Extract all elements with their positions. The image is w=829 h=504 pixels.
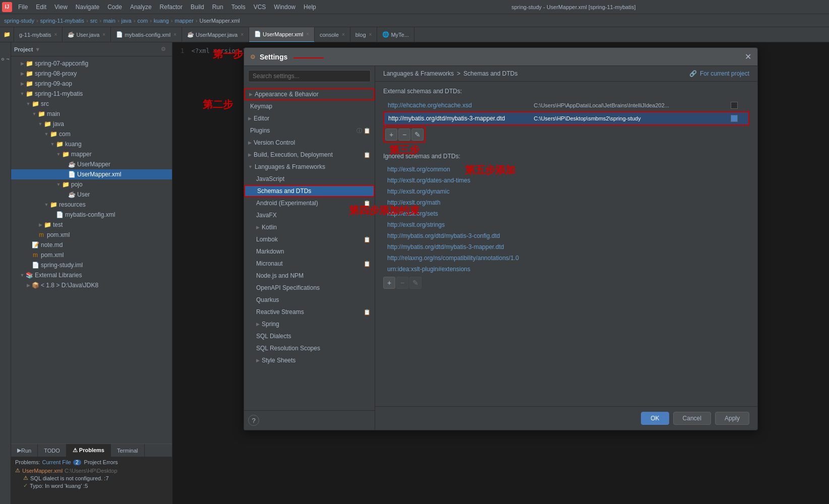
tab-todo[interactable]: TODO [38,444,67,457]
nav-spring[interactable]: ▶ Spring [244,318,375,330]
for-current-project-link[interactable]: 🔗 For current project [689,70,749,77]
menu-navigate[interactable]: Navigate [72,3,103,12]
ignored-item-7[interactable]: http://mybatis.org/dtd/mybatis-3-mapper.… [383,241,749,253]
tree-ext-libs[interactable]: ▼ 📚 External Libraries [11,270,172,280]
tree-notemd[interactable]: 📝 note.md [11,240,172,250]
nav-vcs[interactable]: ▶ Version Control [244,137,375,149]
settings-search-input[interactable] [248,70,371,82]
project-toggle[interactable]: 📁 [0,27,14,42]
tree-mapper[interactable]: ▼ 📁 mapper [11,149,172,159]
tab-problems[interactable]: ⚠ Problems [67,444,111,457]
tab-blog[interactable]: blog× [350,27,378,42]
nav-quarkus[interactable]: Quarkus [244,294,375,306]
tree-usermapper-java[interactable]: ☕ UserMapper [11,159,172,169]
nav-reactive-streams[interactable]: Reactive Streams 📋 [244,306,375,318]
tab-mybatis-config[interactable]: 📄 mybatis-config.xml× [111,27,182,42]
tab-usermapper-xml[interactable]: 📄 UserMapper.xml× [249,27,315,42]
tab-run[interactable]: ▶ Run [11,444,38,457]
tree-java[interactable]: ▼ 📁 java [11,119,172,129]
ignored-item-1[interactable]: http://exslt.org/dates-and-times [383,175,749,186]
bc-main[interactable]: main [103,18,115,24]
tab-usermapper-java[interactable]: ☕ UserMapper.java× [182,27,249,42]
bc-spring-study[interactable]: spring-study [4,18,34,24]
nav-markdown[interactable]: Markdown [244,245,375,258]
tab-user-java[interactable]: ☕ User.java× [63,27,111,42]
tree-pom2[interactable]: m pom.xml [11,250,172,260]
nav-editor[interactable]: ▶ Editor [244,112,375,124]
nav-sql-dialects[interactable]: SQL Dialects [244,330,375,342]
nav-build[interactable]: ▶ Build, Execution, Deployment 📋 [244,149,375,161]
ignored-item-9[interactable]: urn:idea:xslt-plugin#extensions [383,264,749,275]
tree-spring07[interactable]: ▶ 📁 spring-07-appconfig [11,58,172,69]
add-ignored-schema-button[interactable]: + [383,277,395,289]
tree-pom1[interactable]: m pom.xml [11,230,172,240]
nav-openapi[interactable]: OpenAPI Specifications [244,282,375,294]
tree-kuang[interactable]: ▼ 📁 kuang [11,139,172,149]
tree-jdk8[interactable]: ▶ 📦 < 1.8 > D:\Java\JDK8 [11,280,172,290]
tree-com[interactable]: ▼ 📁 com [11,129,172,139]
current-file-tab[interactable]: Current File [42,459,71,465]
nav-languages[interactable]: ▼ Languages & Frameworks [244,161,375,173]
nav-lombok[interactable]: Lombok 📋 [244,233,375,245]
menu-analyze[interactable]: Analyze [126,3,156,12]
nav-android[interactable]: Android (Experimental) 📋 [244,197,375,209]
sidebar-settings[interactable]: ⚙ [158,44,169,55]
schema-row-mybatis-mapper[interactable]: http://mybatis.org/dtd/mybatis-3-mapper.… [384,112,749,125]
nav-micronaut[interactable]: Micronaut 📋 [244,258,375,270]
nav-schemas-dtds[interactable]: Schemas and DTDs [244,185,375,197]
checkbox-mybatis-mapper[interactable] [731,115,738,122]
edit-external-schema-button[interactable]: ✎ [411,129,424,141]
nav-kotlin[interactable]: ▶ Kotlin [244,221,375,233]
bc-java[interactable]: java [122,18,132,24]
tree-resources[interactable]: ▼ 📁 resources [11,200,172,210]
project-errors-tab[interactable]: Project Errors [84,459,118,465]
bc-usermapper-xml[interactable]: UserMapper.xml [199,18,240,24]
tab-myte[interactable]: 🌐 MyTe... [377,27,414,42]
schema-row-ehcache[interactable]: http://ehcache.org/ehcache.xsd C:\Users\… [384,99,749,112]
menu-vcs[interactable]: VCS [250,3,270,12]
checkbox-ehcache[interactable] [731,102,738,109]
remove-ignored-schema-button[interactable]: − [396,277,408,289]
ignored-item-3[interactable]: http://exslt.org/math [383,197,749,208]
tree-spring11[interactable]: ▼ 📁 spring-11-mybatis [11,89,172,99]
nav-sql-resolution[interactable]: SQL Resolution Scopes [244,342,375,354]
problem-dialect[interactable]: ⚠ SQL dialect is not configured. :7 [15,475,168,481]
help-button[interactable]: ? [244,410,375,430]
tree-usermapper-xml[interactable]: 📄 UserMapper.xml [11,169,172,179]
ignored-item-2[interactable]: http://exslt.org/dynamic [383,186,749,197]
tree-spring08[interactable]: ▶ 📁 spring-08-proxy [11,69,172,79]
edit-ignored-schema-button[interactable]: ✎ [409,277,422,289]
menu-file[interactable]: File [14,3,32,12]
menu-refactor[interactable]: Refactor [156,3,187,12]
ignored-item-8[interactable]: http://relaxng.org/ns/compatibility/anno… [383,253,749,264]
remove-external-schema-button[interactable]: − [398,129,410,141]
tab-console[interactable]: console× [315,27,350,42]
ignored-item-4[interactable]: http://exslt.org/sets [383,208,749,219]
ok-button[interactable]: OK [641,412,669,425]
bc-mapper[interactable]: mapper [175,18,194,24]
ignored-item-6[interactable]: http://mybatis.org/dtd/mybatis-3-config.… [383,230,749,241]
tree-test[interactable]: ▶ 📁 test [11,220,172,230]
menu-view[interactable]: View [50,3,72,12]
bc-com[interactable]: com [137,18,148,24]
menu-tools[interactable]: Tools [227,3,250,12]
tree-spring09[interactable]: ▶ 📁 spring-09-aop [11,79,172,89]
dialog-close-button[interactable]: ✕ [745,52,751,61]
menu-edit[interactable]: Edit [32,3,50,12]
bc-spring-11[interactable]: spring-11-mybatis [40,18,84,24]
menu-code[interactable]: Code [103,3,126,12]
nav-javafx[interactable]: JavaFX [244,209,375,221]
problem-typo[interactable]: ✓ Typo: In word 'kuang' :5 [15,482,168,489]
apply-button[interactable]: Apply [715,412,749,425]
nav-javascript[interactable]: JavaScript [244,173,375,185]
bc-kuang[interactable]: kuang [154,18,169,24]
tab-terminal[interactable]: Terminal [111,444,145,457]
problem-usermapper[interactable]: ⚠ UserMapper.xml C:\Users\HP\Desktop [15,467,168,474]
nav-appearance[interactable]: ▶ Appearance & Behavior [244,88,375,100]
menu-window[interactable]: Window [270,3,300,12]
project-icon[interactable]: Proj [2,44,10,75]
nav-nodejs[interactable]: Node.js and NPM [244,270,375,282]
tree-src[interactable]: ▼ 📁 src [11,99,172,109]
tab-g11mybatis[interactable]: g-11-mybatis× [14,27,63,42]
ignored-item-0[interactable]: http://exslt.org/common [383,164,749,175]
